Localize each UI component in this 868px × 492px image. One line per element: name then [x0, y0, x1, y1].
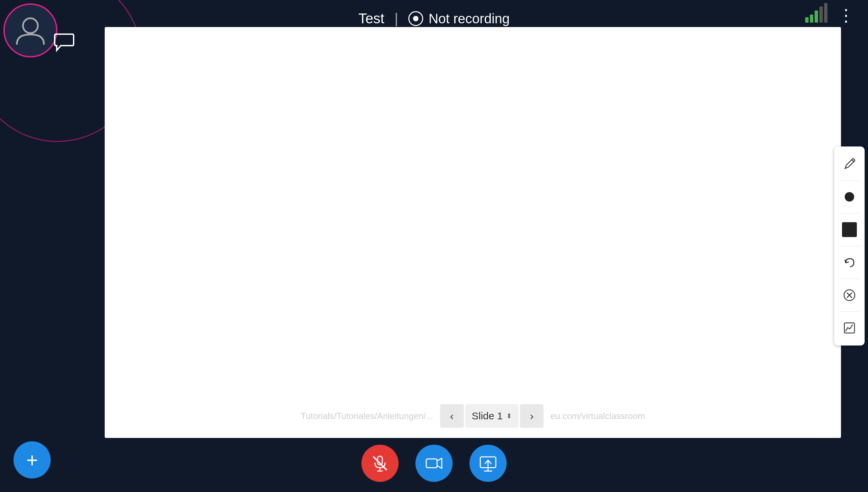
- session-title: Test: [358, 10, 384, 27]
- next-slide-button[interactable]: ›: [520, 404, 544, 428]
- top-bar: Test | Not recording: [0, 0, 868, 37]
- divider: |: [394, 10, 398, 27]
- toolbar-divider-2: [839, 213, 860, 214]
- drawing-toolbar: [834, 147, 865, 346]
- svg-line-1: [852, 160, 854, 162]
- dot-size-button[interactable]: [837, 185, 862, 209]
- toolbar-divider-1: [839, 180, 860, 181]
- recording-dot-inner: [413, 16, 418, 21]
- recording-icon: [408, 11, 423, 26]
- slide-selector[interactable]: Slide 1 ⬍: [465, 404, 519, 428]
- color-picker-button[interactable]: [837, 218, 862, 242]
- bottom-control-bar: [0, 445, 868, 482]
- microphone-mute-icon: [371, 454, 389, 472]
- mute-button[interactable]: [361, 445, 399, 482]
- video-button[interactable]: [415, 445, 453, 482]
- svg-rect-10: [426, 459, 437, 468]
- chart-icon: [843, 322, 856, 335]
- slide-path-text: Tutorials/Tutoriales/Anleitungen/...: [301, 411, 433, 421]
- svg-rect-5: [844, 323, 854, 333]
- chart-button[interactable]: [837, 316, 862, 340]
- prev-slide-button[interactable]: ‹: [440, 404, 464, 428]
- slide-label: Slide 1: [472, 410, 503, 422]
- dot-size-indicator: [845, 192, 854, 202]
- pen-tool-button[interactable]: [837, 152, 862, 176]
- slide-selector-arrows: ⬍: [506, 412, 512, 420]
- slide-area: Tutorials/Tutoriales/Anleitungen/... ‹ S…: [105, 27, 841, 438]
- camera-icon: [425, 454, 443, 472]
- toolbar-divider-5: [839, 312, 860, 312]
- slide-url-text: eu.com/virtualclassroom: [551, 411, 645, 421]
- close-icon: [843, 289, 856, 302]
- recording-status: Not recording: [408, 11, 510, 26]
- screen-share-icon: [479, 454, 497, 472]
- screen-share-button[interactable]: [469, 445, 507, 482]
- recording-label: Not recording: [429, 11, 510, 26]
- clear-button[interactable]: [837, 283, 862, 308]
- pen-icon: [843, 158, 856, 171]
- color-indicator: [842, 222, 857, 237]
- toolbar-divider-4: [839, 279, 860, 279]
- undo-button[interactable]: [837, 250, 862, 275]
- slide-navigation: Tutorials/Tutoriales/Anleitungen/... ‹ S…: [301, 404, 645, 428]
- undo-icon: [843, 256, 856, 269]
- toolbar-divider-3: [839, 246, 860, 246]
